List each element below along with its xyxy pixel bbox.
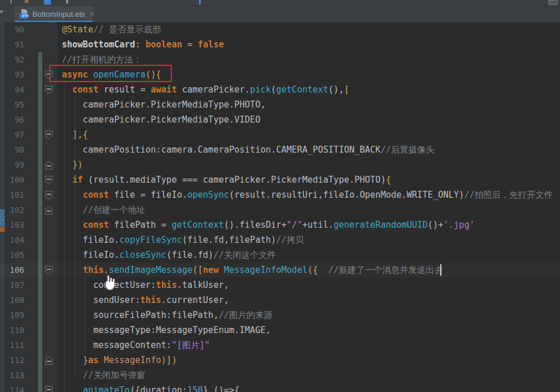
- toolbar-icon-fragment: [25, 0, 28, 3]
- fold-start-icon[interactable]: [45, 131, 53, 139]
- code-text: animateTo({duration:150},()=>{: [62, 383, 240, 392]
- fold-end-icon[interactable]: [45, 206, 53, 215]
- fold-start-icon[interactable]: [45, 86, 53, 94]
- toolbar-icon-fragment: [199, 0, 201, 5]
- toolbar-icon-fragment: [10, 0, 12, 3]
- code-line-105[interactable]: 105 fileIo.closeSync(file.fd)//关闭这个文件: [0, 247, 560, 262]
- fold-start-icon[interactable]: [45, 386, 53, 392]
- code-text: messageType:MessageTypeEnum.IMAGE,: [62, 323, 271, 338]
- code-line-112[interactable]: 112 }as MessageInfo)]): [0, 353, 560, 368]
- code-line-110[interactable]: 110 messageType:MessageTypeEnum.IMAGE,: [0, 323, 560, 338]
- line-number[interactable]: 106: [0, 262, 24, 278]
- line-number[interactable]: 109: [0, 308, 24, 323]
- line-number[interactable]: 112: [0, 353, 24, 368]
- code-text: //打开相机的方法：: [62, 52, 142, 67]
- close-icon[interactable]: ×: [90, 10, 94, 18]
- line-number[interactable]: 111: [0, 338, 24, 353]
- ets-file-icon: ETS: [20, 9, 29, 19]
- code-line-114[interactable]: 114 animateTo({duration:150},()=>{: [0, 383, 560, 392]
- line-number[interactable]: 101: [0, 187, 24, 202]
- code-line-98[interactable]: 98 cameraPosition:camera.CameraPosition.…: [0, 142, 560, 157]
- code-text: ],{: [62, 127, 88, 142]
- line-number[interactable]: 95: [0, 97, 24, 112]
- line-number[interactable]: 110: [0, 323, 24, 338]
- fold-end-icon[interactable]: [45, 161, 53, 169]
- line-number[interactable]: 92: [0, 52, 24, 67]
- code-line-109[interactable]: 109 sourceFilePath:filePath,//图片的来源: [0, 308, 560, 323]
- code-line-103[interactable]: 103 const filePath = getContext().filesD…: [0, 217, 560, 232]
- line-number[interactable]: 105: [0, 247, 24, 262]
- code-text: }): [62, 157, 83, 172]
- line-number[interactable]: 98: [0, 142, 24, 157]
- code-text: showBottomCard: boolean = false: [62, 37, 224, 52]
- toolbar-icon-fragment: [44, 0, 51, 5]
- line-number[interactable]: 113: [0, 368, 24, 383]
- code-text: cameraPicker.PickerMediaType.VIDEO: [62, 112, 260, 127]
- ide-window: ETS BottomInput.ets × 90@State// 是否显示底部9…: [0, 0, 560, 392]
- tab-bar-edge-fragment: [0, 10, 3, 13]
- code-text: this.sendImageMessage([new MessageInfoMo…: [62, 262, 443, 278]
- code-line-107[interactable]: 107 connectUser:this.talkUser,: [0, 278, 560, 293]
- line-number[interactable]: 90: [0, 22, 24, 37]
- code-line-96[interactable]: 96 cameraPicker.PickerMediaType.VIDEO: [0, 112, 560, 127]
- line-number[interactable]: 107: [0, 278, 24, 293]
- tab-bottominput-ets[interactable]: ETS BottomInput.ets ×: [14, 6, 93, 22]
- code-line-108[interactable]: 108 sendUser:this.currentUser,: [0, 293, 560, 308]
- line-number[interactable]: 102: [0, 202, 24, 217]
- fold-start-icon[interactable]: [45, 176, 53, 184]
- code-text: sendUser:this.currentUser,: [62, 293, 229, 308]
- code-lines-container: 90@State// 是否显示底部91showBottomCard: boole…: [0, 22, 560, 392]
- toolbar-strip: [0, 0, 560, 6]
- code-text: cameraPosition:camera.CameraPosition.CAM…: [62, 142, 434, 157]
- line-number[interactable]: 108: [0, 293, 24, 308]
- code-line-95[interactable]: 95 cameraPicker.PickerMediaType.PHOTO,: [0, 97, 560, 112]
- fold-start-icon[interactable]: [45, 71, 53, 79]
- code-text: connectUser:this.talkUser,: [62, 278, 229, 293]
- line-number[interactable]: 100: [0, 172, 24, 187]
- line-number[interactable]: 96: [0, 112, 24, 127]
- tab-label: BottomInput.ets: [32, 10, 85, 19]
- code-line-91[interactable]: 91showBottomCard: boolean = false: [0, 37, 560, 52]
- line-number[interactable]: 99: [0, 157, 24, 172]
- text-caret: [440, 264, 441, 276]
- code-line-100[interactable]: 100 if (result.mediaType === cameraPicke…: [0, 172, 560, 187]
- code-line-101[interactable]: 101 const file = fileIo.openSync(result.…: [0, 187, 560, 202]
- code-line-90[interactable]: 90@State// 是否显示底部: [0, 22, 560, 37]
- code-text: fileIo.closeSync(file.fd)//关闭这个文件: [62, 247, 276, 262]
- code-text: cameraPicker.PickerMediaType.PHOTO,: [62, 97, 266, 112]
- fold-start-icon[interactable]: [45, 191, 53, 199]
- line-number[interactable]: 104: [0, 232, 24, 247]
- fold-start-icon[interactable]: [45, 266, 53, 275]
- code-line-106[interactable]: 106 this.sendImageMessage([new MessageIn…: [0, 262, 560, 278]
- code-line-93[interactable]: 93async openCamera(){: [0, 67, 560, 82]
- line-number[interactable]: 91: [0, 37, 24, 52]
- code-text: const filePath = getContext().filesDir+"…: [62, 217, 474, 232]
- code-line-92[interactable]: 92//打开相机的方法：: [0, 52, 560, 67]
- line-number[interactable]: 93: [0, 67, 24, 82]
- line-number[interactable]: 114: [0, 383, 24, 392]
- code-text: messageContent:"[图片]": [62, 338, 210, 353]
- code-text: const file = fileIo.openSync(result.resu…: [62, 187, 552, 202]
- code-text: //创建一个地址: [62, 202, 145, 217]
- code-line-94[interactable]: 94 const result = await cameraPicker.pic…: [0, 82, 560, 97]
- code-editor[interactable]: 90@State// 是否显示底部91showBottomCard: boole…: [0, 22, 560, 392]
- code-text: sourceFilePath:filePath,//图片的来源: [62, 308, 272, 323]
- code-text: @State// 是否显示底部: [62, 22, 161, 37]
- editor-tab-bar: ETS BottomInput.ets ×: [0, 6, 560, 22]
- code-line-113[interactable]: 113 //关闭加号弹窗: [0, 368, 560, 383]
- code-text: }as MessageInfo)]): [62, 353, 177, 368]
- code-line-102[interactable]: 102 //创建一个地址: [0, 202, 560, 217]
- code-line-97[interactable]: 97 ],{: [0, 127, 560, 142]
- code-text: fileIo.copyFileSync(file.fd,filePath)//拷…: [62, 232, 304, 247]
- code-text: //关闭加号弹窗: [62, 368, 145, 383]
- code-line-104[interactable]: 104 fileIo.copyFileSync(file.fd,filePath…: [0, 232, 560, 247]
- line-number[interactable]: 103: [0, 217, 24, 232]
- code-text: const result = await cameraPicker.pick(g…: [62, 82, 349, 97]
- code-text: async openCamera(){: [62, 67, 161, 82]
- code-line-99[interactable]: 99 }): [0, 157, 560, 172]
- line-number[interactable]: 94: [0, 82, 24, 97]
- fold-end-icon[interactable]: [45, 356, 53, 365]
- line-number[interactable]: 97: [0, 127, 24, 142]
- code-line-111[interactable]: 111 messageContent:"[图片]": [0, 338, 560, 353]
- toolbar-button-fragment: [548, 0, 558, 5]
